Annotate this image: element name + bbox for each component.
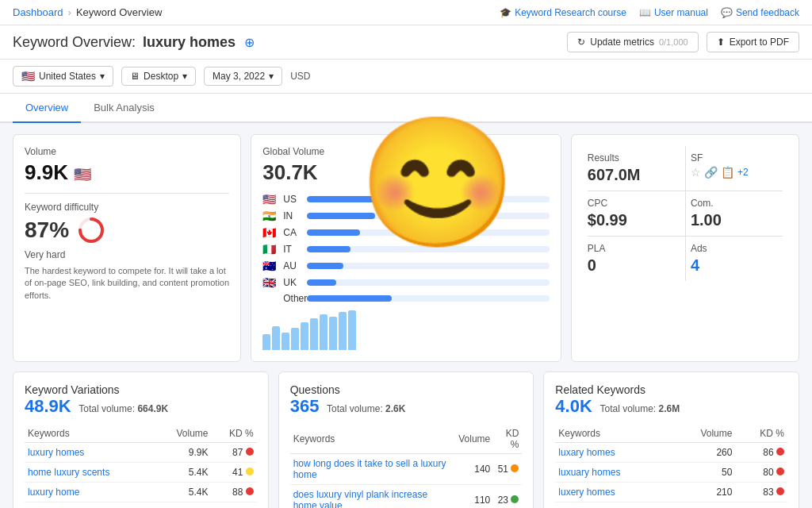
chart-bar xyxy=(282,333,289,350)
com-value: 1.00 xyxy=(691,211,783,229)
kv-keyword-link[interactable]: home luxury scents xyxy=(28,467,109,478)
rk-col-keywords: Keywords xyxy=(555,425,671,443)
volume-label: Volume xyxy=(25,146,229,157)
volume-flag: 🇺🇸 xyxy=(74,167,91,183)
pla-cell: PLA 0 xyxy=(583,237,685,281)
breadcrumb-current: Keyword Overview xyxy=(76,6,162,18)
related-keywords-card: Related Keywords 4.0K Total volume: 2.6M… xyxy=(543,371,799,508)
chart-bar xyxy=(348,310,356,350)
top-header: Dashboard › Keyword Overview 🎓 Keyword R… xyxy=(0,0,812,25)
chart-bar xyxy=(291,328,299,350)
chevron-down-icon-2: ▾ xyxy=(182,71,187,82)
tab-overview[interactable]: Overview xyxy=(13,94,81,123)
sf-icons: ☆ 🔗 📋 +2 xyxy=(691,166,783,179)
kv-keyword-link[interactable]: luxury homes xyxy=(28,447,84,458)
chart-bar xyxy=(310,318,318,350)
rk-keyword-link[interactable]: luxuary homes xyxy=(558,467,620,478)
country-row-uk: 🇬🇧 UK xyxy=(262,276,550,289)
rk-keyword-link[interactable]: luxery homes xyxy=(558,487,615,498)
rk-col-kd: KD % xyxy=(735,425,787,443)
uk-flag: 🇬🇧 xyxy=(262,276,278,289)
title-bar: Keyword Overview: luxury homes ⊕ ↻ Updat… xyxy=(0,25,812,60)
main-content: Volume 9.9K 🇺🇸 Keyword difficulty 87% xyxy=(0,123,812,508)
kd-row: 87% xyxy=(25,216,229,244)
q-col-volume: Volume xyxy=(455,425,493,454)
page-title: Keyword Overview: luxury homes ⊕ xyxy=(13,34,255,51)
country-row-us: 🇺🇸 US xyxy=(262,193,550,206)
top-cards-row: Volume 9.9K 🇺🇸 Keyword difficulty 87% xyxy=(13,134,799,362)
keyword-variations-table: Keywords Volume KD % luxury homes 9.9K 8… xyxy=(25,425,257,502)
chart-bar xyxy=(301,322,308,350)
kv-col-volume: Volume xyxy=(155,425,212,443)
chart-bar xyxy=(320,314,327,350)
keyword-research-course-link[interactable]: 🎓 Keyword Research course xyxy=(500,7,626,18)
other-row: Other xyxy=(262,293,550,304)
q-col-kd: KD % xyxy=(493,425,522,454)
tabs: Overview Bulk Analysis xyxy=(0,94,812,123)
kd-description: The hardest keyword to compete for. It w… xyxy=(25,265,229,302)
export-icon: ⬆ xyxy=(717,37,725,48)
cpc-com-grid: CPC $0.99 Com. 1.00 xyxy=(583,191,787,236)
difficulty-dot xyxy=(776,487,784,495)
chevron-down-icon: ▾ xyxy=(100,71,105,82)
stats-grid: Results 607.0M SF ☆ 🔗 📋 +2 xyxy=(583,146,787,190)
filters-bar: 🇺🇸 United States ▾ 🖥 Desktop ▾ May 3, 20… xyxy=(0,60,812,94)
breadcrumb: Dashboard › Keyword Overview xyxy=(13,6,162,18)
us-flag: 🇺🇸 xyxy=(262,193,278,206)
chart-bar xyxy=(339,312,347,350)
volume-difficulty-card: Volume 9.9K 🇺🇸 Keyword difficulty 87% xyxy=(13,134,241,362)
country-row-it: 🇮🇹 IT xyxy=(262,243,550,256)
breadcrumb-parent[interactable]: Dashboard xyxy=(13,6,63,18)
title-actions: ↻ Update metrics 0/1,000 ⬆ Export to PDF xyxy=(567,32,799,52)
chart-bar xyxy=(272,326,280,350)
table-row: does luxury vinyl plank increase home va… xyxy=(290,485,523,509)
feedback-icon: 💬 xyxy=(721,7,733,18)
ca-flag: 🇨🇦 xyxy=(262,226,278,239)
send-feedback-link[interactable]: 💬 Send feedback xyxy=(721,7,799,18)
kd-ring xyxy=(77,216,105,244)
cpc-cell: CPC $0.99 xyxy=(583,191,685,236)
rk-col-volume: Volume xyxy=(671,425,735,443)
in-flag: 🇮🇳 xyxy=(262,210,278,222)
table-row: home luxury scents 5.4K 41 xyxy=(25,463,257,483)
country-row-in: 🇮🇳 IN xyxy=(262,210,550,222)
country-list: 🇺🇸 US 🇮🇳 IN 🇨🇦 CA 🇮🇹 IT xyxy=(262,193,550,304)
update-metrics-button[interactable]: ↻ Update metrics 0/1,000 xyxy=(567,32,698,52)
currency-label: USD xyxy=(290,71,310,82)
it-flag: 🇮🇹 xyxy=(262,243,278,256)
difficulty-dot xyxy=(246,487,254,495)
star-icon: ☆ xyxy=(691,166,701,179)
difficulty-dot xyxy=(511,495,519,503)
related-keywords-table: Keywords Volume KD % luxary homes 260 86… xyxy=(555,425,787,502)
country-filter[interactable]: 🇺🇸 United States ▾ xyxy=(13,66,113,87)
global-volume-value: 30.7K xyxy=(262,160,550,185)
ads-cell: Ads 4 xyxy=(685,237,787,281)
table-row: luxury homes 9.9K 87 xyxy=(25,443,257,463)
difficulty-dot xyxy=(246,468,254,475)
export-pdf-button[interactable]: ⬆ Export to PDF xyxy=(707,32,799,52)
date-filter[interactable]: May 3, 2022 ▾ xyxy=(204,67,282,86)
difficulty-dot xyxy=(246,448,254,456)
user-manual-link[interactable]: 📖 User manual xyxy=(639,7,708,18)
course-icon: 🎓 xyxy=(500,7,511,18)
q-keyword-link[interactable]: how long does it take to sell a luxury h… xyxy=(293,458,446,480)
chart-bar xyxy=(262,334,270,350)
chevron-down-icon-3: ▾ xyxy=(269,71,274,82)
global-volume-label: Global Volume xyxy=(262,146,550,157)
kd-level: Very hard xyxy=(25,249,229,260)
au-flag: 🇦🇺 xyxy=(262,260,278,272)
rk-keyword-link[interactable]: luxary homes xyxy=(558,447,615,458)
kv-header: Keyword Variations 48.9K Total volume: 6… xyxy=(25,383,257,417)
table-row: luxuary homes 50 80 xyxy=(555,463,787,483)
q-header: Questions 365 Total volume: 2.6K xyxy=(290,383,523,417)
tab-bulk-analysis[interactable]: Bulk Analysis xyxy=(81,94,167,123)
manual-icon: 📖 xyxy=(639,7,651,18)
device-filter[interactable]: 🖥 Desktop ▾ xyxy=(121,67,196,86)
q-col-keywords: Keywords xyxy=(290,425,456,454)
q-keyword-link[interactable]: does luxury vinyl plank increase home va… xyxy=(293,489,427,508)
kv-keyword-link[interactable]: luxury home xyxy=(28,487,79,498)
rk-header: Related Keywords 4.0K Total volume: 2.6M xyxy=(555,383,787,417)
refresh-icon: ↻ xyxy=(577,37,585,48)
add-keyword-button[interactable]: ⊕ xyxy=(244,36,255,49)
results-value: 607.0M xyxy=(588,166,680,184)
